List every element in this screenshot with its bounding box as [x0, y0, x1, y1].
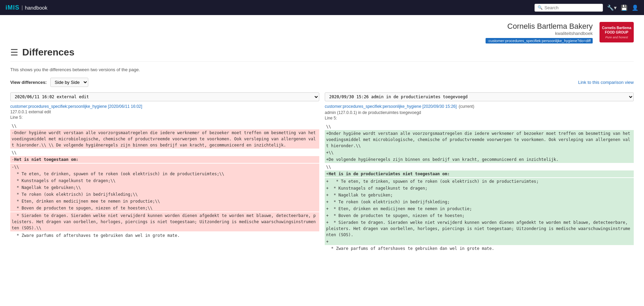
- differences-icon: ☰: [10, 47, 18, 58]
- diff-line: +\\: [325, 149, 634, 156]
- view-diff-select[interactable]: Side by Side: [50, 78, 88, 87]
- search-icon: 🔍: [538, 5, 543, 10]
- save-icon[interactable]: 💾: [621, 4, 628, 11]
- diff-line: + * Te eten, te drinken, spuwen of te ro…: [325, 178, 634, 185]
- diff-line: + * Nagellak te gebruiken;: [325, 192, 634, 199]
- view-diff-label: View differences:: [10, 80, 47, 85]
- diff-line: +De volgende hygiëneregels zijn binnen o…: [325, 156, 634, 163]
- diff-line: * Zware parfums of aftershaves te gebrui…: [10, 232, 319, 239]
- diff-line: +Onder hygiëne wordt verstaan alle voorz…: [325, 130, 634, 149]
- left-version-meta: 127.0.0.1 external edit: [10, 110, 319, 114]
- diff-line: +Het is in de productieruimtes niet toeg…: [325, 170, 634, 177]
- company-name: Cornelis Bartlema Bakery: [486, 22, 593, 31]
- diff-line: + * Eten, drinken en medicijnen mee te n…: [325, 205, 634, 212]
- page-title-area: ☰ Differences: [10, 47, 634, 62]
- company-logo-sub: Pure and honest: [605, 36, 628, 39]
- page-title: Differences: [22, 47, 75, 58]
- app-header: iMIS | handbook 🔍 🔧▾ 💾 👤: [0, 0, 644, 15]
- right-version-meta: admin (127.0.0.1) in de productieruimtes…: [325, 110, 634, 115]
- left-line-label: Line 5:: [10, 115, 319, 120]
- left-version-link[interactable]: customer:procedures_specifiek:persoonlij…: [10, 104, 319, 109]
- company-info: Cornelis Bartlema Bakery kwaliteitshandb…: [486, 22, 593, 43]
- diff-line: + * Sieraden te dragen. Sieraden welke n…: [325, 219, 634, 238]
- company-logo: Cornelis BartlemaFOOD GROUP Pure and hon…: [600, 22, 634, 42]
- wrench-icon[interactable]: 🔧▾: [607, 4, 617, 11]
- company-header: Cornelis Bartlema Bakery kwaliteitshandb…: [10, 15, 634, 47]
- page-description: This shows you the differences between t…: [10, 67, 634, 72]
- diff-line: \\: [325, 164, 634, 170]
- header-handbook-title[interactable]: handbook: [25, 5, 48, 11]
- diff-line: * Te eten, te drinken, spuwen of te roke…: [10, 170, 319, 177]
- right-version-select-row: 2020/09/30 15:26 admin in de productieru…: [325, 92, 634, 101]
- left-diff-content: \\-Onder hygiëne wordt verstaan alle voo…: [10, 123, 319, 239]
- diff-line: * Eten, drinken en medicijnen mee te nem…: [10, 198, 319, 205]
- left-version-select[interactable]: 2020/06/11 16:02 external edit: [10, 92, 319, 101]
- diff-line: -Onder hygiëne wordt verstaan alle voorz…: [10, 129, 319, 149]
- view-diff-left: View differences: Side by Side: [10, 78, 88, 87]
- diff-line: \\: [10, 123, 319, 129]
- diff-right-column: 2020/09/30 15:26 admin in de productieru…: [325, 92, 634, 252]
- company-subtitle: kwaliteitshandboek: [486, 31, 593, 36]
- diff-line: + * Kunstnagels of nagelkunst te dragen;: [325, 185, 634, 192]
- diff-container: 2020/06/11 16:02 external edit customer:…: [10, 92, 634, 252]
- diff-left-column: 2020/06/11 16:02 external edit customer:…: [10, 92, 319, 252]
- diff-line: -Het is niet toegestaan om:: [10, 156, 319, 163]
- diff-line: \\: [325, 123, 634, 130]
- company-url-link[interactable]: :customer:procedures_specifiek:persoonli…: [486, 38, 593, 43]
- diff-line: * Sieraden te dragen. Sieraden welke nie…: [10, 212, 319, 231]
- logo-imis[interactable]: iMIS: [5, 4, 20, 11]
- diff-line: * Zware parfums of aftershaves te gebrui…: [325, 245, 634, 252]
- search-input[interactable]: [544, 5, 596, 10]
- right-line-label: Line 5:: [325, 116, 634, 120]
- company-logo-text: Cornelis BartlemaFOOD GROUP: [602, 26, 631, 35]
- diff-line: -\\: [10, 164, 319, 170]
- right-version-current: (current): [459, 104, 474, 109]
- main-content: Cornelis Bartlema Bakery kwaliteitshandb…: [0, 15, 644, 252]
- diff-line: + * Te roken (ook elektrisch) in bedrijf…: [325, 199, 634, 205]
- view-diff-row: View differences: Side by Side Link to t…: [10, 78, 634, 87]
- diff-line: +: [325, 238, 634, 245]
- diff-line: * Te roken (ook elektrisch) in bedrijfsk…: [10, 191, 319, 198]
- right-diff-content: \\+Onder hygiëne wordt verstaan alle voo…: [325, 123, 634, 252]
- user-icon[interactable]: 👤: [632, 4, 639, 11]
- diff-line: + * Boven de producten te spugen, niezen…: [325, 212, 634, 219]
- right-version-link[interactable]: customer:procedures_specifiek:persoonlij…: [325, 104, 457, 109]
- diff-line: \\: [10, 149, 319, 156]
- diff-line: * Nagellak te gebruiken;\\: [10, 184, 319, 191]
- diff-line: * Boven de producten te spugen, niezen o…: [10, 205, 319, 212]
- header-left: iMIS | handbook: [5, 4, 48, 11]
- right-version-select[interactable]: 2020/09/30 15:26 admin in de productieru…: [325, 92, 634, 101]
- diff-line: * Kunstnagels of nagelkunst te dragen;\\: [10, 177, 319, 184]
- left-version-select-row: 2020/06/11 16:02 external edit: [10, 92, 319, 101]
- search-box[interactable]: 🔍: [534, 4, 603, 12]
- header-right: 🔍 🔧▾ 💾 👤: [534, 4, 639, 12]
- link-comparison-view[interactable]: Link to this comparison view: [578, 80, 634, 85]
